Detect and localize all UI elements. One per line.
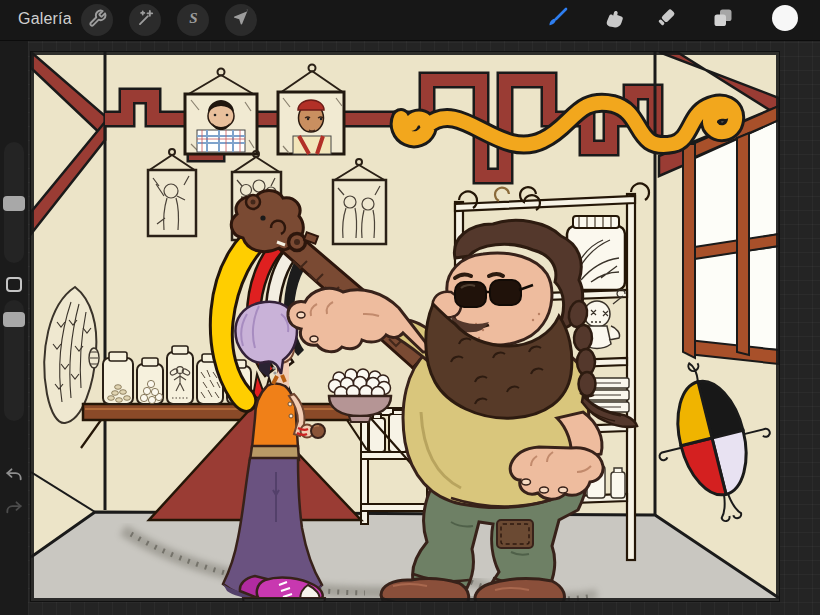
- s-curve-icon: S: [184, 9, 203, 32]
- smudge-finger-icon: [603, 6, 627, 34]
- color-swatch-button[interactable]: [768, 4, 802, 36]
- wrench-icon: [88, 9, 107, 32]
- canvas-artwork[interactable]: [31, 52, 779, 601]
- magic-wand-icon: [136, 9, 155, 32]
- brush-icon: [544, 5, 570, 35]
- adjustments-button[interactable]: [129, 4, 161, 36]
- gallery-button[interactable]: Galería: [18, 10, 72, 28]
- svg-text:S: S: [189, 10, 197, 26]
- layers-icon: [711, 6, 735, 34]
- redo-icon: [4, 499, 24, 523]
- selection-button[interactable]: S: [177, 4, 209, 36]
- layers-button[interactable]: [706, 4, 740, 36]
- side-controls: [0, 40, 28, 615]
- undo-icon: [4, 466, 24, 490]
- top-toolbar: Galería S: [0, 0, 820, 41]
- paint-tool-button[interactable]: [540, 4, 574, 36]
- actions-button[interactable]: [81, 4, 113, 36]
- window: [683, 106, 779, 364]
- modify-button[interactable]: [6, 277, 22, 292]
- move-arrow-icon: [232, 9, 250, 31]
- redo-button[interactable]: [1, 498, 27, 524]
- color-circle: [771, 4, 799, 36]
- opacity-handle[interactable]: [3, 312, 25, 327]
- brush-size-handle[interactable]: [3, 196, 25, 211]
- procreate-app: Galería S: [0, 0, 820, 615]
- undo-button[interactable]: [1, 465, 27, 491]
- eraser-icon: [657, 6, 681, 34]
- transform-button[interactable]: [225, 4, 257, 36]
- smudge-tool-button[interactable]: [598, 4, 632, 36]
- erase-tool-button[interactable]: [652, 4, 686, 36]
